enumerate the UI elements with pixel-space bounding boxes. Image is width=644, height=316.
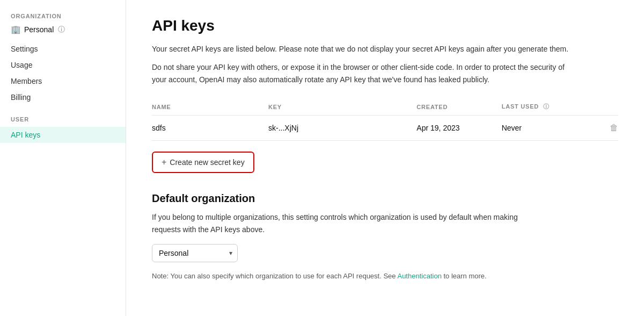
user-section-label: USER (0, 116, 126, 127)
authentication-link[interactable]: Authentication (397, 272, 441, 280)
sidebar-item-api-keys[interactable]: API keys (0, 127, 126, 143)
create-secret-key-button[interactable]: + Create new secret key (152, 152, 254, 173)
th-name: NAME (152, 98, 268, 116)
org-select-wrapper: Personal ▾ (152, 244, 238, 262)
default-org-description: If you belong to multiple organizations,… (152, 211, 538, 235)
table-row: sdfs sk-...XjNj Apr 19, 2023 Never 🗑 (152, 116, 618, 141)
default-org-title: Default organization (152, 192, 618, 205)
delete-icon[interactable]: 🗑 (610, 123, 618, 132)
th-last-used: LAST USED ⓘ (502, 98, 597, 116)
org-icon: 🏢 (11, 25, 21, 34)
api-keys-table: NAME KEY CREATED LAST USED ⓘ sdfs sk-...… (152, 98, 618, 141)
page-title: API keys (152, 17, 618, 34)
org-section-label: ORGANIZATION (0, 13, 126, 24)
create-btn-label: Create new secret key (170, 158, 244, 167)
plus-icon: + (162, 157, 166, 167)
org-info-icon[interactable]: ⓘ (58, 25, 65, 34)
th-key: KEY (268, 98, 416, 116)
note-text: Note: You can also specify which organiz… (152, 271, 528, 282)
row-key: sk-...XjNj (268, 116, 416, 141)
th-created: CREATED (416, 98, 501, 116)
row-delete-cell: 🗑 (597, 116, 618, 141)
sidebar: ORGANIZATION 🏢 Personal ⓘ Settings Usage… (0, 0, 126, 316)
row-name: sdfs (152, 116, 268, 141)
row-created: Apr 19, 2023 (416, 116, 501, 141)
main-content: API keys Your secret API keys are listed… (126, 0, 644, 316)
sidebar-item-billing[interactable]: Billing (0, 89, 126, 105)
sidebar-item-members[interactable]: Members (0, 73, 126, 89)
description-1: Your secret API keys are listed below. P… (152, 43, 570, 55)
last-used-info-icon: ⓘ (543, 103, 550, 110)
user-section: USER API keys (0, 116, 126, 143)
sidebar-item-settings[interactable]: Settings (0, 41, 126, 57)
note-prefix: Note: You can also specify which organiz… (152, 272, 397, 280)
th-action (597, 98, 618, 116)
org-row: 🏢 Personal ⓘ (0, 24, 126, 41)
sidebar-item-usage[interactable]: Usage (0, 57, 126, 73)
row-last-used: Never (502, 116, 597, 141)
org-select[interactable]: Personal (152, 244, 238, 262)
org-name: Personal (24, 25, 54, 34)
description-2: Do not share your API key with others, o… (152, 61, 570, 85)
note-suffix: to learn more. (442, 272, 487, 280)
